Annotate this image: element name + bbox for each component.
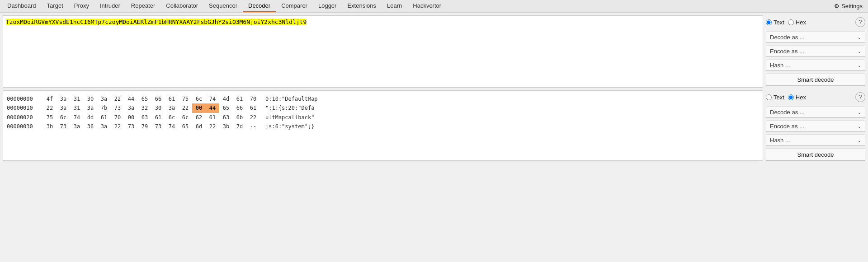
hex-byte[interactable]: 63 (219, 113, 233, 122)
top-decode-as-button[interactable]: Decode as ... ⌄ (766, 32, 865, 43)
nav-item-repeater[interactable]: Repeater (126, 0, 160, 12)
top-smart-decode-button[interactable]: Smart decode (766, 74, 865, 86)
bottom-hex-radio[interactable] (788, 94, 794, 100)
hex-byte[interactable]: 61 (246, 103, 260, 112)
nav-item-comparer[interactable]: Comparer (276, 0, 313, 12)
top-hex-radio[interactable] (788, 19, 794, 25)
nav-item-proxy[interactable]: Proxy (69, 0, 94, 12)
hex-byte[interactable]: 6c (57, 113, 70, 122)
hex-byte[interactable]: 73 (57, 122, 70, 131)
hex-byte[interactable]: 22 (111, 94, 124, 103)
nav-item-collaborator[interactable]: Collaborator (160, 0, 203, 12)
hex-byte[interactable]: 3b (43, 122, 57, 131)
hex-byte[interactable]: 6b (233, 113, 246, 122)
top-text-radio-label[interactable]: Text (766, 19, 784, 26)
hex-byte[interactable]: 00 (192, 103, 206, 112)
hex-byte[interactable]: 31 (70, 103, 84, 112)
hex-byte[interactable]: 4d (219, 94, 233, 103)
hex-byte[interactable]: 22 (111, 122, 124, 131)
top-text-radio[interactable] (766, 19, 772, 25)
bottom-text-radio-label[interactable]: Text (766, 94, 784, 101)
nav-item-decoder[interactable]: Decoder (243, 0, 276, 12)
bottom-hex-radio-label[interactable]: Hex (788, 94, 806, 101)
hex-byte[interactable]: 36 (84, 122, 97, 131)
hex-byte[interactable]: 3a (165, 103, 179, 112)
bottom-decode-as-button[interactable]: Decode as ... ⌄ (766, 107, 865, 118)
top-hex-radio-label[interactable]: Hex (788, 19, 806, 26)
hex-byte[interactable]: 3a (70, 122, 84, 131)
hex-byte[interactable]: 00 (124, 113, 138, 122)
hex-byte[interactable]: 3a (97, 94, 111, 103)
hex-byte[interactable]: 7d (233, 122, 246, 131)
hex-byte[interactable]: 30 (84, 94, 97, 103)
nav-item-sequencer[interactable]: Sequencer (203, 0, 243, 12)
hex-byte[interactable]: 70 (111, 113, 124, 122)
hex-byte[interactable]: 3a (57, 94, 70, 103)
hex-byte[interactable]: 3a (97, 122, 111, 131)
hex-byte[interactable]: 65 (179, 122, 192, 131)
hex-byte[interactable]: 61 (165, 94, 179, 103)
top-editor-content[interactable]: TzoxMDoiRGVmYXVsdE1hcCI6MTp7czoyMDoiAERl… (3, 16, 763, 28)
table-row: 00000020756c744d61700063616c6c6261636b22… (7, 113, 759, 122)
nav-item-hackvertor[interactable]: Hackvertor (407, 0, 447, 12)
nav-item-logger[interactable]: Logger (313, 0, 342, 12)
top-hash-chevron-icon: ⌄ (858, 63, 861, 68)
hex-byte[interactable]: 74 (165, 122, 179, 131)
hex-byte[interactable]: 73 (124, 122, 138, 131)
top-encode-as-button[interactable]: Encode as ... ⌄ (766, 46, 865, 57)
hex-byte[interactable]: 3a (124, 103, 138, 112)
hex-byte[interactable]: 79 (138, 122, 151, 131)
hex-byte[interactable]: 22 (246, 113, 260, 122)
settings-button[interactable]: ⚙ Settings (830, 3, 866, 9)
hex-byte[interactable]: 22 (206, 122, 219, 131)
hex-byte[interactable]: 3a (84, 103, 97, 112)
hex-byte[interactable]: 65 (219, 103, 233, 112)
hex-byte[interactable]: 61 (97, 113, 111, 122)
hex-byte[interactable]: 7b (97, 103, 111, 112)
nav-item-intruder[interactable]: Intruder (94, 0, 126, 12)
hex-byte[interactable]: 3a (57, 103, 70, 112)
hex-byte[interactable]: 4d (84, 113, 97, 122)
hex-byte[interactable]: 73 (151, 122, 165, 131)
hex-byte[interactable]: 70 (246, 94, 260, 103)
hex-byte[interactable]: 63 (138, 113, 151, 122)
top-help-button[interactable]: ? (855, 17, 865, 27)
nav-item-extensions[interactable]: Extensions (342, 0, 382, 12)
hex-byte[interactable]: 22 (179, 103, 192, 112)
bottom-smart-decode-button[interactable]: Smart decode (766, 149, 865, 161)
nav-item-learn[interactable]: Learn (382, 0, 407, 12)
top-hash-button[interactable]: Hash ... ⌄ (766, 60, 865, 71)
bottom-hash-button[interactable]: Hash ... ⌄ (766, 135, 865, 146)
hex-byte[interactable]: 66 (233, 103, 246, 112)
hex-byte[interactable]: 61 (233, 94, 246, 103)
hex-byte[interactable]: 44 (206, 103, 219, 112)
bottom-help-button[interactable]: ? (855, 92, 865, 102)
bottom-encode-as-button[interactable]: Encode as ... ⌄ (766, 121, 865, 132)
bottom-text-radio[interactable] (766, 94, 772, 100)
hex-byte[interactable]: 3b (219, 122, 233, 131)
hex-byte[interactable]: 31 (70, 94, 84, 103)
hex-byte[interactable]: 75 (179, 94, 192, 103)
hex-byte[interactable]: 22 (43, 103, 57, 112)
hex-byte[interactable]: 44 (124, 94, 138, 103)
hex-byte[interactable]: 6d (192, 122, 206, 131)
hex-byte[interactable]: 4f (43, 94, 57, 103)
hex-byte[interactable]: 30 (151, 103, 165, 112)
hex-byte[interactable]: 6c (179, 113, 192, 122)
hex-byte[interactable]: 62 (192, 113, 206, 122)
nav-item-dashboard[interactable]: Dashboard (2, 0, 42, 12)
hex-byte[interactable]: 66 (151, 94, 165, 103)
hex-byte[interactable]: -- (246, 122, 260, 131)
hex-byte[interactable]: 61 (206, 113, 219, 122)
nav-item-target[interactable]: Target (42, 0, 69, 12)
hex-byte[interactable]: 6c (192, 94, 206, 103)
hex-byte[interactable]: 74 (206, 94, 219, 103)
hex-byte[interactable]: 73 (111, 103, 124, 112)
hex-byte[interactable]: 32 (138, 103, 151, 112)
hex-byte[interactable]: 75 (43, 113, 57, 122)
bottom-smart-decode-label: Smart decode (797, 151, 834, 158)
hex-byte[interactable]: 74 (70, 113, 84, 122)
hex-byte[interactable]: 6c (165, 113, 179, 122)
hex-byte[interactable]: 61 (151, 113, 165, 122)
hex-byte[interactable]: 65 (138, 94, 151, 103)
